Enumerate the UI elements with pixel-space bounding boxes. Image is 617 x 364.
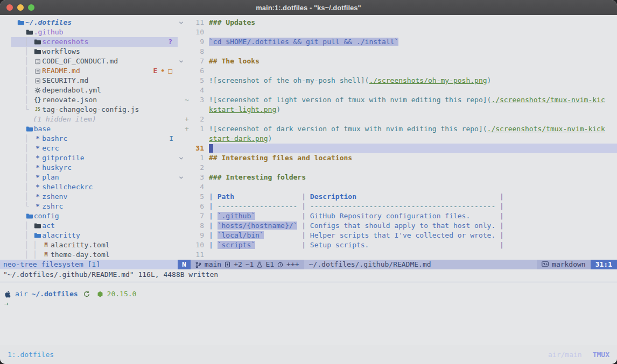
editor-line[interactable]: 3### Interesting folders	[178, 173, 617, 182]
file-tree[interactable]: ~/.dotfiles .github │ screenshots? │ wor…	[0, 15, 178, 260]
cursor	[209, 144, 213, 153]
minimize-button[interactable]	[17, 4, 24, 11]
neotree-statusline: neo-tree filesystem [1]	[0, 260, 178, 269]
editor-line[interactable]: 7| `.github` | GitHub Repository configu…	[178, 211, 617, 221]
tmux-window-tab[interactable]: 1:.dotfiles	[8, 351, 54, 359]
text-segment: Path	[218, 192, 234, 201]
current-directory: ~/.dotfiles	[31, 289, 78, 299]
editor-line[interactable]: +1![screenshot of dark version of tmux w…	[178, 124, 617, 134]
text-segment	[495, 222, 500, 230]
git-sign: +	[185, 124, 190, 134]
editor-line[interactable]: 6	[178, 66, 617, 76]
maximize-button[interactable]	[28, 4, 34, 11]
editor-line[interactable]: 5![screenshot of the oh-my-posh shell](.…	[178, 76, 617, 85]
line-number: 6	[190, 202, 204, 211]
status-badge: ?	[168, 37, 172, 47]
window-title: main:1:.dotfiles - "ks~/.dotfiles"	[256, 4, 361, 12]
tree-item[interactable]: │ alacritty	[11, 231, 178, 240]
editor-line[interactable]: 11	[178, 250, 617, 260]
status-badge: E	[153, 66, 158, 76]
editor-line[interactable]: 31	[178, 144, 617, 153]
tree-item[interactable]: │ act	[11, 221, 178, 231]
tree-item[interactable]: │ README.mdE•□	[11, 66, 178, 76]
close-button[interactable]	[6, 4, 13, 11]
text-segment: |	[302, 202, 310, 210]
editor-line[interactable]: 9`cd $HOME/.dotfiles && git pull && ./in…	[178, 37, 617, 47]
tree-item[interactable]: └ *zshrc	[11, 202, 178, 211]
text-segment: ### Updates	[209, 18, 255, 26]
editor-line[interactable]: 8| `hosts/{hostname}/` | Configs that sh…	[178, 221, 617, 231]
prompt-arrow: →	[4, 299, 617, 309]
tree-item[interactable]: │ *plan	[11, 173, 178, 182]
tree-item[interactable]: │ CODE_OF_CONDUCT.md	[11, 56, 178, 66]
line-text: start-dark.png)	[209, 134, 272, 144]
editor-line[interactable]: 4	[178, 182, 617, 192]
tree-item[interactable]: │ *bashrcI	[11, 134, 178, 144]
line-number: 6	[190, 66, 204, 76]
folder-icon	[33, 48, 42, 55]
tree-item[interactable]: │ *gitprofile	[11, 153, 178, 163]
editor-line[interactable]: 4	[178, 85, 617, 95]
editor-line[interactable]: 9| `local/bin` | Helper scripts that I'v…	[178, 231, 617, 240]
tree-item[interactable]: ~/.dotfiles	[11, 18, 178, 27]
fold-chevron-icon[interactable]	[178, 156, 185, 161]
text-segment	[495, 202, 500, 210]
editor-line[interactable]: 1## Interesting files and locations	[178, 153, 617, 163]
tree-item[interactable]: │ workflows	[11, 47, 178, 56]
tree-item[interactable]: │ *zshenv	[11, 192, 178, 202]
tree-item[interactable]: config	[11, 211, 178, 221]
tree-item[interactable]: .github	[11, 27, 178, 37]
fold-chevron-icon[interactable]	[178, 20, 185, 25]
editor-line[interactable]: 6| ------------------- | ---------------…	[178, 202, 617, 211]
line-number: 9	[190, 37, 204, 47]
editor-line[interactable]: 7## The looks	[178, 56, 617, 66]
fold-chevron-icon[interactable]	[178, 59, 185, 64]
tree-item[interactable]: │ │ Mtheme-day.toml	[11, 250, 178, 260]
text-segment: )	[268, 134, 272, 142]
text-segment: `hosts/{hostname}/`	[218, 222, 298, 230]
tree-item[interactable]: │ │ Malacritty.toml	[11, 240, 178, 250]
editor-line[interactable]: ~3![screenshot of light version of tmux …	[178, 95, 617, 105]
editor-line[interactable]: 2	[178, 163, 617, 173]
line-number: 11	[190, 18, 204, 27]
tree-item[interactable]: │ {}renovate.json	[11, 95, 178, 105]
tree-item[interactable]: │ SECURITY.md	[11, 76, 178, 85]
markdown-file-icon	[33, 68, 42, 75]
editor-line[interactable]: +2	[178, 115, 617, 124]
fold-chevron-icon[interactable]	[178, 175, 185, 180]
node-icon	[97, 291, 103, 298]
tree-item[interactable]: │ *huskyrc	[11, 163, 178, 173]
hostname: air	[15, 289, 27, 299]
tree-item[interactable]: │ dependabot.yml	[11, 85, 178, 95]
text-segment	[234, 192, 302, 201]
tree-item-label: SECURITY.md	[42, 76, 88, 85]
line-number: 7	[190, 211, 204, 221]
tree-item-label: alacritty.toml	[51, 240, 110, 250]
line-number: 10	[190, 240, 204, 250]
text-segment: Configs that should apply to that host o…	[310, 222, 495, 230]
tree-item[interactable]: └ JStag-changelog-config.js	[11, 105, 178, 115]
text-segment: Helper scripts that I've collected or wr…	[310, 231, 495, 239]
shell-pane[interactable]: air ~/.dotfiles 20.15.0 →	[0, 282, 617, 345]
editor-line[interactable]: kstart-light.png)	[178, 105, 617, 115]
editor-line[interactable]: 10| `scripts` | Setup scripts. |	[178, 240, 617, 250]
editor-line[interactable]: start-dark.png)	[178, 134, 617, 144]
tree-item[interactable]: │ *shellcheckrc	[11, 182, 178, 192]
line-number: 7	[190, 56, 204, 66]
editor-line[interactable]: 11### Updates	[178, 18, 617, 27]
editor-pane[interactable]: 11### Updates109`cd $HOME/.dotfiles && g…	[178, 15, 617, 260]
tree-item[interactable]: base	[11, 124, 178, 134]
line-number: 11	[190, 250, 204, 260]
indent-guide: │	[16, 66, 33, 76]
indent-guide: │	[16, 231, 33, 240]
tree-item[interactable]: │ *ecrc	[11, 144, 178, 153]
tmux-badge: TMUX	[593, 351, 609, 359]
markdown-icon	[542, 260, 549, 269]
tree-item[interactable]: │ screenshots?	[11, 37, 178, 47]
editor-line[interactable]: 5| Path | Description |	[178, 192, 617, 202]
editor-line[interactable]: 10	[178, 27, 617, 37]
editor-line[interactable]: 8	[178, 47, 617, 56]
line-number: 2	[190, 163, 204, 173]
tree-item[interactable]: (1 hidden item)	[11, 115, 178, 124]
indent-guide	[16, 211, 25, 221]
